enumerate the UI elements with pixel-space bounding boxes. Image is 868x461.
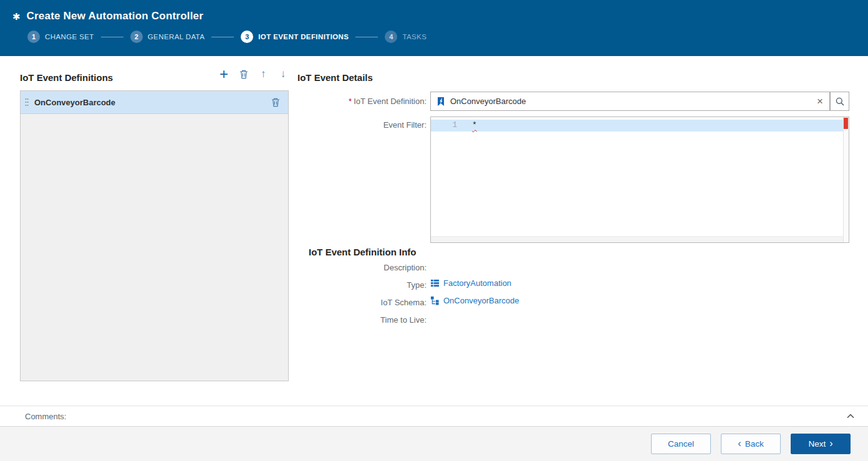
event-details-title: IoT Event Details xyxy=(297,72,373,83)
step-1-label: CHANGE SET xyxy=(45,33,94,40)
step-4-circle: 4 xyxy=(385,31,397,43)
type-value: FactoryAutomation xyxy=(430,278,511,288)
next-button-label: Next xyxy=(808,439,826,449)
delete-event-button[interactable] xyxy=(237,67,251,81)
chevron-right-icon: › xyxy=(829,439,832,449)
step-change-set[interactable]: 1 CHANGE SET xyxy=(27,31,94,43)
definition-info-title: IoT Event Definition Info xyxy=(309,247,417,257)
editor-code-text: * xyxy=(472,120,477,130)
chevron-left-icon: ‹ xyxy=(738,439,741,449)
step-2-label: GENERAL DATA xyxy=(148,33,205,40)
step-connector xyxy=(101,37,123,37)
chevron-up-icon xyxy=(846,411,856,421)
cancel-button-label: Cancel xyxy=(668,439,694,449)
iot-event-definition-value: OnConveyorBarcode xyxy=(450,97,816,106)
step-iot-event-definitions[interactable]: 3 IOT EVENT DEFINITIONS xyxy=(241,31,349,43)
iot-event-definition-input[interactable]: OnConveyorBarcode × xyxy=(430,92,830,111)
list-item[interactable]: OnConveyorBarcode xyxy=(21,91,288,114)
step-connector xyxy=(355,37,378,37)
type-icon xyxy=(430,278,440,288)
search-icon xyxy=(835,97,845,107)
collapse-comments-button[interactable] xyxy=(844,410,857,422)
asterisk-icon: ✱ xyxy=(12,12,21,21)
step-3-circle: 3 xyxy=(241,31,253,43)
back-button-label: Back xyxy=(745,439,764,449)
description-label: Description: xyxy=(297,263,427,272)
arrow-down-icon: ↓ xyxy=(281,68,286,80)
event-definitions-title: IoT Event Definitions xyxy=(20,72,113,83)
plus-icon: + xyxy=(219,68,228,80)
page-title: Create New Automation Controller xyxy=(27,10,203,22)
title-row: ✱ Create New Automation Controller xyxy=(0,0,868,25)
add-event-button[interactable]: + xyxy=(217,67,231,81)
drag-handle-icon[interactable] xyxy=(25,97,29,107)
step-1-circle: 1 xyxy=(27,31,40,43)
arrow-up-icon: ↑ xyxy=(261,68,266,80)
step-3-label: IOT EVENT DEFINITIONS xyxy=(258,33,349,40)
type-label: Type: xyxy=(297,280,427,290)
comments-label: Comments: xyxy=(25,412,844,421)
move-up-button[interactable]: ↑ xyxy=(256,67,270,81)
cancel-button[interactable]: Cancel xyxy=(651,434,711,454)
editor-line-number: 1 xyxy=(431,121,463,130)
required-marker: * xyxy=(349,97,352,106)
row-trash-icon[interactable] xyxy=(271,97,281,107)
definition-field-label: *IoT Event Definition: xyxy=(297,97,427,106)
editor-current-line xyxy=(431,120,843,131)
back-button[interactable]: ‹ Back xyxy=(721,434,781,454)
schema-icon xyxy=(430,296,440,305)
step-tasks[interactable]: 4 TASKS xyxy=(385,31,427,43)
event-definitions-list: OnConveyorBarcode xyxy=(20,90,289,381)
wizard-steps: 1 CHANGE SET 2 GENERAL DATA 3 IOT EVENT … xyxy=(0,29,868,45)
event-filter-editor[interactable]: 1 * xyxy=(430,116,849,243)
main-content: IoT Event Definitions + ↑ ↓ xyxy=(0,56,868,406)
editor-annotation-bar[interactable] xyxy=(843,117,849,242)
iot-event-icon xyxy=(436,97,446,107)
clear-icon[interactable]: × xyxy=(816,96,824,107)
move-down-button[interactable]: ↓ xyxy=(276,67,290,81)
create-automation-controller-window: ✱ Create New Automation Controller 1 CHA… xyxy=(0,0,868,461)
wizard-footer: Cancel ‹ Back Next › xyxy=(0,427,868,461)
step-general-data[interactable]: 2 GENERAL DATA xyxy=(130,31,205,43)
definition-field-label-text: IoT Event Definition: xyxy=(354,97,427,106)
step-2-circle: 2 xyxy=(130,31,143,43)
list-item-label: OnConveyorBarcode xyxy=(34,98,271,107)
type-link[interactable]: FactoryAutomation xyxy=(443,278,511,288)
wizard-header: ✱ Create New Automation Controller 1 CHA… xyxy=(0,0,868,56)
step-connector xyxy=(211,37,234,37)
error-marker[interactable] xyxy=(844,118,848,129)
time-to-live-label: Time to Live: xyxy=(297,315,427,325)
iot-schema-link[interactable]: OnConveyorBarcode xyxy=(443,296,519,305)
next-button[interactable]: Next › xyxy=(791,434,851,454)
search-button[interactable] xyxy=(830,92,849,111)
trash-icon xyxy=(239,69,249,79)
iot-schema-value: OnConveyorBarcode xyxy=(430,296,519,305)
editor-horizontal-scrollbar[interactable] xyxy=(431,236,843,242)
comments-section: Comments: xyxy=(0,406,868,427)
event-list-toolbar: + ↑ ↓ xyxy=(217,67,290,81)
iot-schema-label: IoT Schema: xyxy=(297,298,427,307)
event-filter-label: Event Filter: xyxy=(297,120,427,130)
step-4-label: TASKS xyxy=(402,33,427,40)
